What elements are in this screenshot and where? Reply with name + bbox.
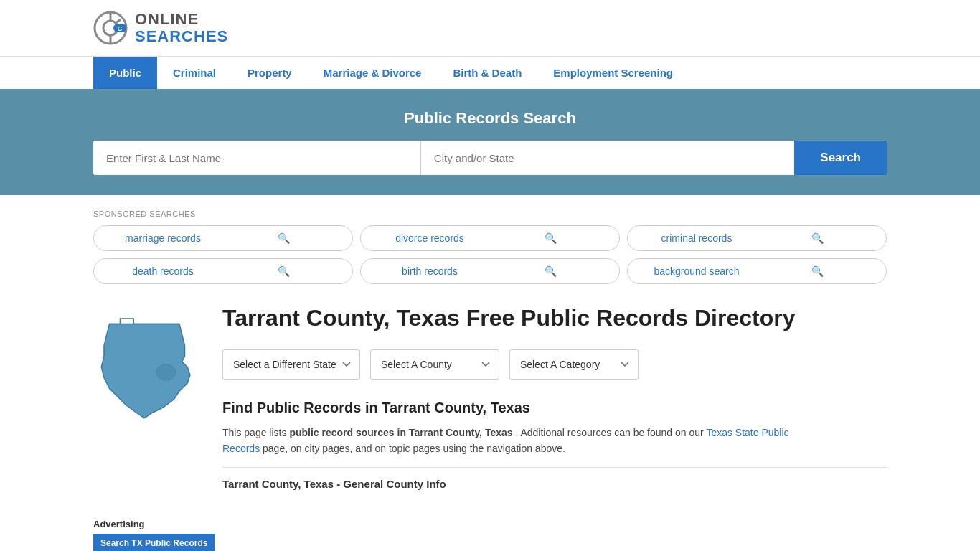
search-icon-0: 🔍	[226, 232, 341, 244]
search-icon-3: 🔍	[226, 265, 341, 277]
state-dropdown[interactable]: Select a Different State	[222, 349, 360, 380]
layout: Advertising Search TX Public Records TX …	[0, 512, 980, 551]
state-info: Tarrant County, Texas Free Public Record…	[222, 304, 887, 489]
sponsored-grid: marriage records 🔍 divorce records 🔍 cri…	[93, 225, 887, 284]
find-desc-mid: . Additional resources can be found on o…	[515, 427, 706, 438]
search-icon-5: 🔍	[760, 265, 875, 277]
search-banner: Public Records Search Search	[0, 89, 980, 195]
name-input[interactable]	[93, 141, 420, 175]
find-desc-post: page, on city pages, and on topic pages …	[263, 443, 565, 454]
svg-point-6	[156, 364, 176, 381]
main-nav: Public Criminal Property Marriage & Divo…	[0, 56, 980, 89]
sponsored-item-5[interactable]: background search 🔍	[627, 258, 887, 284]
sponsored-item-label-5: background search	[639, 265, 754, 277]
advertising-label: Advertising	[93, 519, 222, 529]
texas-map	[93, 311, 201, 436]
nav-employment[interactable]: Employment Screening	[537, 57, 689, 89]
svg-text:G: G	[117, 25, 122, 32]
sponsored-item-label-4: birth records	[372, 265, 487, 277]
search-icon-4: 🔍	[493, 265, 608, 277]
sponsored-item-label-3: death records	[105, 265, 220, 277]
logo-online-text: ONLINE	[135, 11, 228, 28]
search-icon-2: 🔍	[760, 232, 875, 244]
sidebar: Advertising Search TX Public Records TX …	[93, 512, 237, 551]
sidebar-ad-button[interactable]: Search TX Public Records	[93, 534, 215, 551]
header: G ONLINE SEARCHES	[0, 0, 980, 56]
find-title: Find Public Records in Tarrant County, T…	[222, 400, 887, 416]
find-desc-pre: This page lists	[222, 427, 289, 438]
nav-marriage-divorce[interactable]: Marriage & Divorce	[308, 57, 438, 89]
state-title: Tarrant County, Texas Free Public Record…	[222, 304, 887, 331]
nav-property[interactable]: Property	[232, 57, 308, 89]
nav-birth-death[interactable]: Birth & Death	[437, 57, 537, 89]
sponsored-item-0[interactable]: marriage records 🔍	[93, 225, 353, 251]
sponsored-item-4[interactable]: birth records 🔍	[360, 258, 620, 284]
location-input[interactable]	[420, 141, 794, 175]
logo[interactable]: G ONLINE SEARCHES	[93, 11, 228, 45]
sponsored-item-label-0: marriage records	[105, 232, 220, 244]
state-section: Tarrant County, Texas Free Public Record…	[93, 304, 887, 489]
find-description: This page lists public record sources in…	[222, 425, 811, 457]
nav-criminal[interactable]: Criminal	[157, 57, 232, 89]
dropdown-row: Select a Different State Select A County…	[222, 349, 887, 380]
sponsored-item-1[interactable]: divorce records 🔍	[360, 225, 620, 251]
sponsored-label: SPONSORED SEARCHES	[93, 209, 887, 218]
logo-searches-text: SEARCHES	[135, 28, 228, 45]
category-dropdown[interactable]: Select A Category	[509, 349, 639, 380]
sponsored-item-3[interactable]: death records 🔍	[93, 258, 353, 284]
county-info-heading: Tarrant County, Texas - General County I…	[222, 467, 887, 490]
logo-icon: G	[93, 11, 128, 45]
sponsored-item-2[interactable]: criminal records 🔍	[627, 225, 887, 251]
search-button[interactable]: Search	[794, 141, 887, 175]
search-banner-title: Public Records Search	[93, 109, 887, 128]
county-dropdown[interactable]: Select A County	[370, 349, 499, 380]
sponsored-item-label-1: divorce records	[372, 232, 487, 244]
nav-public[interactable]: Public	[93, 57, 157, 89]
content-area	[237, 512, 980, 551]
sponsored-item-label-2: criminal records	[639, 232, 754, 244]
find-desc-bold: public record sources in Tarrant County,…	[289, 427, 512, 438]
search-form: Search	[93, 141, 887, 175]
search-icon-1: 🔍	[493, 232, 608, 244]
main-content: SPONSORED SEARCHES marriage records 🔍 di…	[0, 195, 980, 511]
